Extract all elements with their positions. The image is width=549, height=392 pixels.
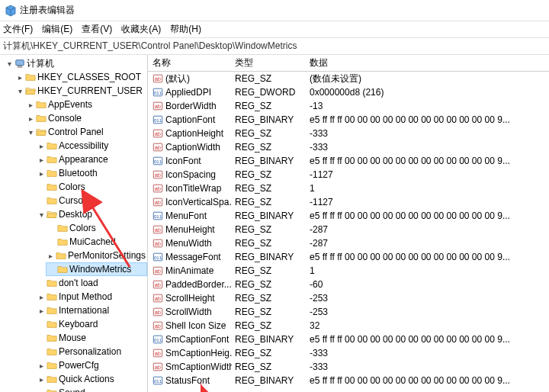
tree-accessibility[interactable]: ▸Accessibility [35,139,147,153]
value-type: REG_SZ [232,307,307,317]
value-name: IconFont [165,156,201,166]
collapse-icon[interactable]: ▾ [5,59,14,68]
list-row[interactable]: MenuWidthREG_SZ-287 [148,236,549,250]
tree-dontload[interactable]: ▸don't load [35,276,147,290]
tree-root[interactable]: ▾ 计算机 [3,56,147,70]
expand-icon[interactable]: ▸ [26,114,35,123]
tree-hkcr[interactable]: ▸HKEY_CLASSES_ROOT [14,70,147,84]
tree-console[interactable]: ▸Console [24,111,147,125]
tree-windowmetrics[interactable]: ▸WindowMetrics [46,262,147,276]
tree-cursors[interactable]: ▸Cursors [35,194,147,207]
tree-muicached[interactable]: ▸MuiCached [46,235,147,249]
list-row[interactable]: CaptionFontREG_BINARYe5 ff ff ff 00 00 0… [148,113,549,127]
folder-icon [47,387,57,392]
tree-hkcu[interactable]: ▾HKEY_CURRENT_USER [14,84,147,98]
tree-quickactions[interactable]: ▸Quick Actions [35,372,147,386]
expand-icon[interactable]: ▸ [26,101,35,109]
value-data: -287 [307,238,549,249]
value-name: Shell Icon Size [165,320,226,331]
menu-view[interactable]: 查看(V) [82,23,112,36]
tree-mouse[interactable]: ▸Mouse [35,331,147,345]
collapse-icon[interactable]: ▾ [26,128,35,137]
value-type: REG_BINARY [232,334,307,345]
menu-file[interactable]: 文件(F) [3,23,33,36]
col-data[interactable]: 数据 [307,56,549,69]
tree-sound[interactable]: ▸Sound [35,386,147,392]
list-row[interactable]: PaddedBorder...REG_SZ-60 [148,278,549,291]
tree-appearance[interactable]: ▸Appearance [35,153,147,166]
list-row[interactable]: MessageFontREG_BINARYe5 ff ff ff 00 00 0… [148,250,549,264]
string-value-icon [152,265,163,276]
string-value-icon [152,73,163,84]
tree-inputmethod[interactable]: ▸Input Method [35,290,147,304]
expand-icon[interactable]: ▸ [47,252,55,260]
tree-controlpanel[interactable]: ▾Control Panel [24,125,147,139]
tree-pane[interactable]: ▾ 计算机 ▸HKEY_CLASSES_ROOT ▾HKEY_CURRENT_U… [0,55,148,392]
expand-icon[interactable]: ▸ [37,156,46,164]
expand-icon[interactable]: ▸ [37,293,46,301]
tree-personalization[interactable]: ▸Personalization [35,345,147,358]
address-bar[interactable]: 计算机\HKEY_CURRENT_USER\Control Panel\Desk… [0,38,549,55]
string-value-icon [152,224,163,235]
collapse-icon[interactable]: ▾ [15,87,24,95]
menu-favorites[interactable]: 收藏夹(A) [121,23,161,36]
list-row[interactable]: IconSpacingREG_SZ-1127 [148,168,549,182]
tree-keyboard[interactable]: ▸Keyboard [35,317,147,331]
list-header[interactable]: 名称 类型 数据 [148,55,549,72]
expand-icon[interactable]: ▸ [37,142,46,150]
expand-icon[interactable]: ▸ [37,169,46,178]
value-list: 名称 类型 数据 (默认)REG_SZ(数值未设置)AppliedDPIREG_… [148,55,549,392]
list-row[interactable]: MenuFontREG_BINARYe5 ff ff ff 00 00 00 0… [148,209,549,223]
list-row[interactable]: IconFontREG_BINARYe5 ff ff ff 00 00 00 0… [148,154,549,168]
menu-edit[interactable]: 编辑(E) [42,23,72,36]
value-data: 0x000000d8 (216) [307,87,549,98]
tree-colors[interactable]: ▸Colors [35,180,147,194]
list-row[interactable]: (默认)REG_SZ(数值未设置) [148,72,549,85]
list-row[interactable]: ScrollWidthREG_SZ-253 [148,305,549,319]
value-data: -287 [307,224,549,235]
folder-icon [57,223,68,233]
tree-desktop-colors[interactable]: ▸Colors [46,221,147,235]
string-value-icon [152,101,163,111]
tree-desktop[interactable]: ▾Desktop [35,207,147,221]
string-value-icon [152,320,163,331]
list-row[interactable]: ScrollHeightREG_SZ-253 [148,291,549,305]
list-row[interactable]: Shell Icon SizeREG_SZ32 [148,319,549,333]
list-row[interactable]: StatusFontREG_BINARYe5 ff ff ff 00 00 00… [148,374,549,387]
folder-icon [47,374,57,384]
tree-permonitorsettings[interactable]: ▸PerMonitorSettings [46,249,147,262]
value-data: e5 ff ff ff 00 00 00 00 00 00 00 00 00 0… [307,114,549,125]
binary-value-icon [152,156,163,166]
value-name: IconSpacing [165,169,216,180]
list-row[interactable]: BorderWidthREG_SZ-13 [148,99,549,113]
menu-help[interactable]: 帮助(H) [170,23,201,36]
tree-powercfg[interactable]: ▸PowerCfg [35,358,147,372]
value-data: -1127 [307,197,549,207]
col-type[interactable]: 类型 [232,56,307,69]
list-row[interactable]: CaptionWidthREG_SZ-333 [148,140,549,154]
folder-icon [47,140,57,151]
tree-bluetooth[interactable]: ▸Bluetooth [35,166,147,180]
tree-international[interactable]: ▸International [35,304,147,317]
list-row[interactable]: MinAnimateREG_SZ1 [148,264,549,278]
expand-icon[interactable]: ▸ [15,73,24,82]
list-row[interactable]: IconVerticalSpa...REG_SZ-1127 [148,195,549,209]
value-data: e5 ff ff ff 00 00 00 00 00 00 00 00 00 0… [307,210,549,221]
list-row[interactable]: CaptionHeightREG_SZ-333 [148,127,549,140]
expand-icon[interactable]: ▸ [37,307,46,315]
list-row[interactable]: IconTitleWrapREG_SZ1 [148,182,549,195]
expand-icon[interactable]: ▸ [37,361,46,370]
list-row[interactable]: AppliedDPIREG_DWORD0x000000d8 (216) [148,85,549,99]
expand-icon[interactable]: ▸ [37,375,46,384]
binary-value-icon [152,114,163,125]
value-type: REG_DWORD [232,87,307,98]
collapse-icon[interactable]: ▾ [37,210,46,219]
binary-value-icon [152,252,163,262]
list-row[interactable]: SmCaptionFontREG_BINARYe5 ff ff ff 00 00… [148,333,549,346]
tree-appevents[interactable]: ▸AppEvents [24,98,147,111]
window-title: 注册表编辑器 [20,4,75,17]
list-row[interactable]: MenuHeightREG_SZ-287 [148,223,549,236]
list-row[interactable]: SmCaptionWidthREG_SZ-333 [148,360,549,374]
list-row[interactable]: SmCaptionHeig...REG_SZ-333 [148,346,549,360]
col-name[interactable]: 名称 [148,56,232,69]
